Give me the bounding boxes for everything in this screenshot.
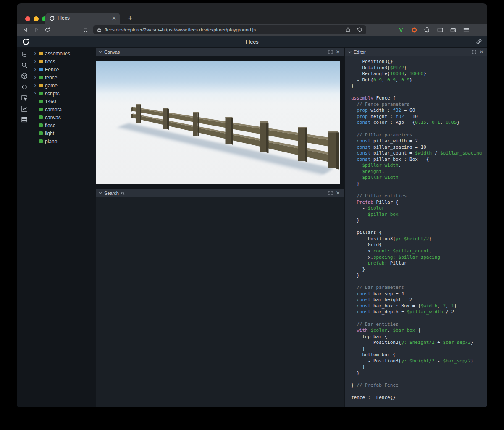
entity-tree-icon[interactable] xyxy=(21,51,28,58)
code-line xyxy=(351,389,487,395)
code-line: $pillar_width, xyxy=(351,163,487,169)
tree-item-flesc[interactable]: flesc xyxy=(32,121,95,129)
editor-body: - Position3{} - Rotation3{$PI/2} - Recta… xyxy=(345,56,487,407)
inspect-icon[interactable] xyxy=(21,94,28,101)
code-line: - Position3{y: $height/2 - $bar_sep/2} xyxy=(351,358,487,364)
lock-icon xyxy=(97,27,102,32)
expand-arrow-icon[interactable]: › xyxy=(34,82,37,88)
tree-item-label: fence xyxy=(45,75,57,81)
expand-panel-icon[interactable] xyxy=(328,50,333,55)
address-bar[interactable]: flecs.dev/explorer/?wasm=https://www.fle… xyxy=(93,25,366,34)
extension-icon-orange[interactable] xyxy=(410,25,419,34)
code-line: x.spacing: $pillar_spacing xyxy=(351,254,487,261)
tab-close-icon[interactable]: ✕ xyxy=(112,16,116,21)
forward-button[interactable] xyxy=(31,25,42,35)
tree-item-label: flecs xyxy=(45,59,55,65)
code-line: // Pillar parameters xyxy=(351,132,487,139)
code-line: $height, xyxy=(351,169,487,175)
tree-item-1460[interactable]: 1460 xyxy=(32,97,95,105)
code-line: - Rgb{0.9, 0.9, 0.9} xyxy=(351,77,487,84)
collapse-chevron-icon[interactable] xyxy=(99,191,102,195)
entity-tree: ›assemblies›flecs›Fence›fence›game›scrip… xyxy=(32,50,95,145)
tree-item-flecs[interactable]: ›flecs xyxy=(32,58,95,66)
entity-kind-icon xyxy=(39,108,43,111)
search-icon[interactable] xyxy=(21,62,28,68)
search-results-area[interactable] xyxy=(96,197,344,407)
tree-item-label: game xyxy=(45,83,58,89)
new-tab-button[interactable]: + xyxy=(125,13,135,24)
collapse-chevron-icon[interactable] xyxy=(348,50,352,54)
cube-icon[interactable] xyxy=(21,73,28,79)
tree-item-fence[interactable]: ›fence xyxy=(32,73,95,81)
sidebar-toggle-icon[interactable] xyxy=(436,25,445,34)
tree-item-camera[interactable]: camera xyxy=(32,105,95,113)
code-line: } xyxy=(351,370,487,377)
browser-tab[interactable]: Flecs ✕ xyxy=(45,13,120,24)
code-line: prop width : f32 = 60 xyxy=(351,108,487,114)
entity-kind-icon xyxy=(39,139,43,143)
code-line: - Rotation3{$PI/2} xyxy=(351,65,487,71)
code-line xyxy=(351,279,487,285)
3d-viewport[interactable] xyxy=(96,61,340,184)
tree-item-scripts[interactable]: ›scripts xyxy=(32,89,95,97)
entity-kind-icon xyxy=(39,131,43,135)
expand-arrow-icon[interactable]: › xyxy=(34,58,37,64)
code-line: const color : Rgb = {0.15, 0.1, 0.05} xyxy=(351,120,487,126)
expand-arrow-icon[interactable]: › xyxy=(34,66,37,72)
entity-kind-icon xyxy=(39,68,43,71)
tree-item-plane[interactable]: plane xyxy=(32,137,95,145)
code-line: const pillar_spacing = 10 xyxy=(351,144,487,151)
wallet-icon[interactable] xyxy=(449,25,458,34)
tree-item-label: camera xyxy=(45,107,62,113)
memory-icon[interactable] xyxy=(21,116,28,123)
expand-arrow-icon[interactable]: › xyxy=(34,90,37,96)
expand-panel-icon[interactable] xyxy=(471,50,477,55)
activity-bar xyxy=(17,47,32,407)
code-line: const bar_depth = $pillar_width / 2 xyxy=(351,309,487,315)
code-line: with $color, $bar_box { xyxy=(351,328,487,334)
tree-item-canvas[interactable]: canvas xyxy=(32,113,95,121)
close-panel-icon[interactable]: ✕ xyxy=(479,50,484,55)
close-panel-icon[interactable]: ✕ xyxy=(335,191,341,196)
bookmark-icon[interactable] xyxy=(80,25,91,35)
stats-icon[interactable] xyxy=(21,105,28,112)
code-line: // Pillar entities xyxy=(351,193,487,199)
tree-item-label: canvas xyxy=(45,115,61,121)
close-window-button[interactable] xyxy=(25,16,30,21)
tree-item-label: plane xyxy=(45,139,57,144)
share-icon[interactable] xyxy=(345,27,351,33)
extensions-puzzle-icon[interactable] xyxy=(423,25,432,34)
shield-icon[interactable] xyxy=(357,27,362,33)
editor-code[interactable]: - Position3{} - Rotation3{$PI/2} - Recta… xyxy=(345,56,487,401)
tree-item-assemblies[interactable]: ›assemblies xyxy=(32,50,95,58)
back-button[interactable] xyxy=(20,25,31,35)
reload-button[interactable] xyxy=(42,25,53,35)
expand-arrow-icon[interactable]: › xyxy=(34,50,37,56)
code-line: } xyxy=(351,83,487,89)
tree-item-light[interactable]: light xyxy=(32,129,95,137)
entity-kind-icon xyxy=(39,60,43,63)
tree-item-game[interactable]: ›game xyxy=(32,81,95,89)
violentmonkey-extension-icon[interactable]: V xyxy=(396,25,406,34)
canvas-panel: Canvas ✕ xyxy=(96,48,344,184)
code-line: } xyxy=(351,181,487,187)
code-icon[interactable] xyxy=(21,84,28,90)
entity-kind-icon xyxy=(39,76,43,79)
search-panel: Search ✕ xyxy=(96,189,344,407)
minimize-window-button[interactable] xyxy=(34,16,39,21)
close-panel-icon[interactable]: ✕ xyxy=(335,50,341,55)
code-line: prop height : f32 = 10 xyxy=(351,114,487,120)
expand-arrow-icon[interactable]: › xyxy=(34,74,37,80)
expand-panel-icon[interactable] xyxy=(328,191,333,196)
code-line xyxy=(351,315,487,322)
code-line: bottom_bar { xyxy=(351,352,487,358)
code-line: } // Prefab Fence xyxy=(351,383,487,389)
code-line xyxy=(351,224,487,230)
code-line: const pillar_width = 2 xyxy=(351,138,487,144)
collapse-chevron-icon[interactable] xyxy=(99,50,102,54)
code-line: x.count: $pillar_count, xyxy=(351,248,487,254)
tree-item-Fence[interactable]: ›Fence xyxy=(32,66,95,73)
url-text: flecs.dev/explorer/?wasm=https://www.fle… xyxy=(105,27,342,32)
menu-icon[interactable] xyxy=(462,25,471,34)
code-line: const bar_height = 2 xyxy=(351,297,487,303)
